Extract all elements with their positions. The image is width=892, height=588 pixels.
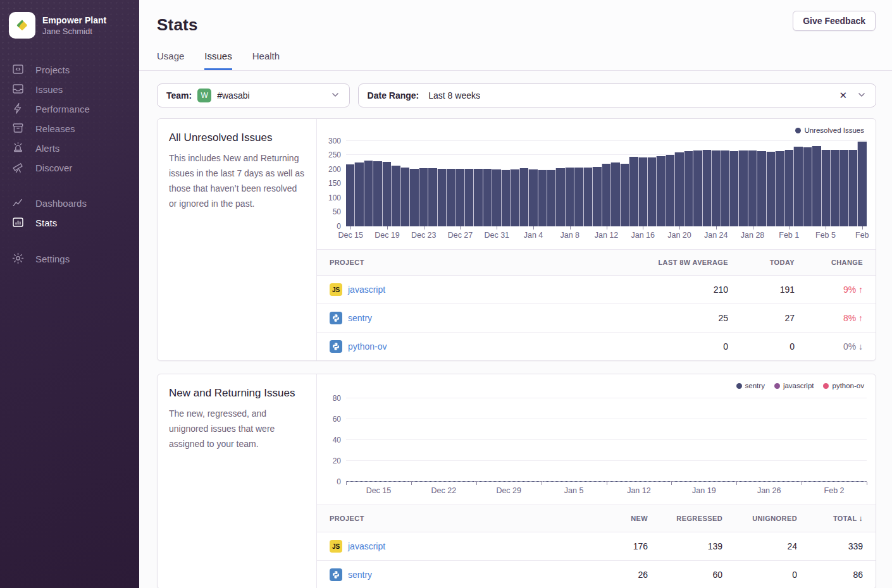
- give-feedback-button[interactable]: Give Feedback: [793, 11, 876, 31]
- x-axis-tick-label: Jan 12: [627, 486, 651, 495]
- sidebar-item-issues[interactable]: Issues: [9, 80, 130, 99]
- clear-date-range-icon[interactable]: ✕: [835, 90, 851, 101]
- y-axis-tick-label: 50: [333, 207, 341, 216]
- tab-usage[interactable]: Usage: [157, 51, 184, 70]
- x-axis: Dec 15Dec 19Dec 23Dec 27Dec 31Jan 4Jan 8…: [346, 226, 867, 243]
- project-link[interactable]: javascript: [348, 541, 385, 551]
- chart-bar[interactable]: [483, 169, 492, 226]
- chart-bar[interactable]: [519, 168, 528, 226]
- chart-bar[interactable]: [803, 147, 812, 226]
- legend-item-javascript[interactable]: javascript: [774, 382, 814, 389]
- chart-bar[interactable]: [364, 161, 373, 226]
- chart-bar[interactable]: [766, 152, 775, 226]
- chart-bar[interactable]: [757, 151, 765, 226]
- chart-bar[interactable]: [629, 157, 638, 226]
- legend-dot-icon: [795, 128, 801, 133]
- chart-bar[interactable]: [464, 169, 473, 226]
- chart-bar[interactable]: [610, 162, 619, 226]
- chart-bar[interactable]: [647, 157, 656, 226]
- x-axis-tick-label: Jan 28: [741, 231, 765, 240]
- chart-bar[interactable]: [620, 164, 629, 226]
- column-header-total[interactable]: TOTAL↓: [810, 505, 876, 532]
- chart-bar[interactable]: [839, 150, 848, 226]
- chart-bar[interactable]: [510, 169, 519, 226]
- project-link[interactable]: python-ov: [348, 341, 387, 352]
- sidebar-item-performance[interactable]: Performance: [9, 99, 130, 119]
- chart-bar[interactable]: [592, 167, 601, 226]
- org-switcher[interactable]: Empower Plant Jane Schmidt: [0, 0, 139, 41]
- chart-bar[interactable]: [492, 169, 500, 226]
- chart-bar[interactable]: [638, 157, 647, 226]
- legend-item-unresolved-issues[interactable]: Unresolved Issues: [795, 126, 864, 134]
- chart-bar[interactable]: [473, 169, 482, 226]
- sidebar-item-releases[interactable]: Releases: [9, 119, 130, 138]
- column-header-project: PROJECT: [317, 250, 605, 276]
- panel-title: New and Returning Issues: [169, 387, 305, 400]
- sidebar-item-settings[interactable]: Settings: [9, 249, 130, 269]
- chart-bar[interactable]: [354, 162, 363, 226]
- chart-bar[interactable]: [666, 155, 674, 226]
- chart-bar[interactable]: [437, 169, 446, 226]
- chart-bar[interactable]: [784, 150, 793, 226]
- chart-bar[interactable]: [547, 170, 555, 226]
- legend-item-sentry[interactable]: sentry: [736, 382, 765, 389]
- sidebar-item-alerts[interactable]: Alerts: [9, 138, 130, 158]
- chart-bar[interactable]: [574, 168, 583, 226]
- x-axis-tick-label: Jan 4: [524, 231, 543, 240]
- chart-bar[interactable]: [830, 150, 839, 226]
- project-link[interactable]: javascript: [348, 285, 385, 295]
- chart-bar[interactable]: [555, 168, 564, 226]
- chart-bar[interactable]: [583, 168, 592, 226]
- chart-bar[interactable]: [538, 170, 547, 226]
- panel-description: The new, regressed, and unignored issues…: [169, 406, 305, 451]
- sidebar-item-label: Discover: [35, 162, 72, 173]
- chart-bar[interactable]: [656, 156, 665, 226]
- legend-item-python-ov[interactable]: python-ov: [823, 382, 864, 389]
- tab-health[interactable]: Health: [252, 51, 280, 70]
- python-platform-icon: [330, 568, 342, 581]
- project-link[interactable]: sentry: [348, 313, 372, 323]
- tab-issues[interactable]: Issues: [204, 51, 232, 70]
- chart-bar[interactable]: [373, 161, 381, 226]
- chart-bar[interactable]: [528, 169, 537, 226]
- chart-bar[interactable]: [793, 147, 802, 226]
- date-range-select[interactable]: Date Range: Last 8 weeks ✕: [358, 83, 876, 107]
- chart-bar[interactable]: [748, 150, 757, 226]
- chart-bar[interactable]: [821, 150, 830, 226]
- sidebar-item-projects[interactable]: Projects: [9, 60, 130, 80]
- chart-bar[interactable]: [446, 169, 455, 226]
- chart-bar[interactable]: [501, 170, 510, 226]
- chart-bar[interactable]: [400, 168, 409, 226]
- chart-bar[interactable]: [565, 168, 574, 226]
- chart-bar[interactable]: [711, 150, 720, 226]
- chart-bar[interactable]: [382, 162, 391, 226]
- chart-bar[interactable]: [775, 151, 784, 226]
- chart-bar[interactable]: [455, 169, 464, 226]
- discover-icon: [11, 161, 25, 176]
- chart-bar[interactable]: [684, 151, 693, 226]
- sidebar-item-discover[interactable]: Discover: [9, 158, 130, 178]
- chart-bar[interactable]: [693, 150, 702, 226]
- chart-bar[interactable]: [391, 166, 400, 226]
- sidebar-item-stats[interactable]: Stats: [9, 213, 130, 233]
- projects-icon: [11, 63, 25, 78]
- chart-bar[interactable]: [721, 150, 729, 226]
- sidebar-item-dashboards[interactable]: Dashboards: [9, 193, 130, 213]
- chart-bar[interactable]: [419, 168, 428, 226]
- chart-bar[interactable]: [428, 168, 437, 226]
- project-link[interactable]: sentry: [348, 570, 372, 580]
- team-select[interactable]: Team: W #wasabi: [157, 83, 350, 107]
- chart-bar[interactable]: [738, 150, 747, 226]
- y-axis-tick-label: 250: [328, 150, 341, 159]
- chart-bar[interactable]: [674, 152, 683, 226]
- chart-bar[interactable]: [409, 169, 418, 226]
- panel-description: This includes New and Returning issues i…: [169, 150, 305, 211]
- table-cell: 27: [741, 304, 807, 333]
- chart-bar[interactable]: [812, 146, 821, 226]
- chart-bar[interactable]: [702, 150, 711, 226]
- chart-bar[interactable]: [848, 150, 857, 226]
- chart-bar[interactable]: [346, 164, 354, 226]
- chart-bar[interactable]: [857, 142, 866, 226]
- chart-bar[interactable]: [729, 151, 738, 226]
- chart-bar[interactable]: [602, 164, 610, 226]
